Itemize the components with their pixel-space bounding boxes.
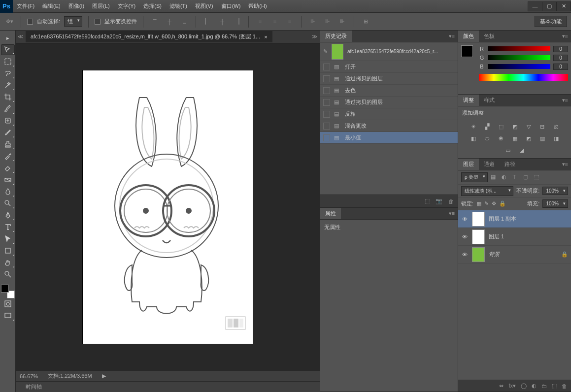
menu-view[interactable]: 视图(V) bbox=[191, 0, 217, 12]
r-slider[interactable] bbox=[488, 46, 550, 51]
adjustment-layer-icon[interactable]: ◐ bbox=[532, 383, 537, 389]
menu-file[interactable]: 文件(F) bbox=[13, 0, 38, 12]
hue-icon[interactable]: ⊟ bbox=[537, 123, 547, 131]
layer-row[interactable]: 👁图层 1 bbox=[458, 228, 571, 246]
tab-styles[interactable]: 样式 bbox=[479, 95, 500, 106]
exposure-icon[interactable]: ◩ bbox=[510, 123, 520, 131]
layer-row[interactable]: 👁图层 1 副本 bbox=[458, 210, 571, 228]
stamp-tool[interactable] bbox=[1, 139, 15, 150]
panel-menu-icon[interactable]: ▾≡ bbox=[559, 161, 571, 167]
invert-icon[interactable]: ◩ bbox=[524, 134, 534, 142]
auto-select-checkbox[interactable] bbox=[27, 19, 33, 25]
tab-scroll-right-icon[interactable]: ≫ bbox=[310, 33, 320, 40]
canvas[interactable] bbox=[83, 70, 253, 344]
b-slider[interactable] bbox=[488, 64, 550, 69]
wand-tool[interactable] bbox=[1, 80, 15, 91]
history-checkbox[interactable] bbox=[323, 87, 330, 94]
close-button[interactable]: ✕ bbox=[556, 1, 571, 11]
visibility-icon[interactable]: 👁 bbox=[461, 216, 468, 222]
tab-swatches[interactable]: 色板 bbox=[479, 31, 500, 42]
fx-icon[interactable]: fx▾ bbox=[508, 383, 516, 389]
selective-icon[interactable]: ◪ bbox=[517, 146, 527, 154]
history-item[interactable]: ▤最小值 bbox=[320, 132, 458, 144]
balance-icon[interactable]: ⚖ bbox=[551, 123, 561, 131]
levels-icon[interactable]: ▞ bbox=[482, 123, 492, 131]
curves-icon[interactable]: ⬚ bbox=[496, 123, 506, 131]
threshold-icon[interactable]: ◨ bbox=[551, 134, 561, 142]
lasso-tool[interactable] bbox=[1, 68, 15, 79]
blend-mode-dropdown[interactable]: 线性减淡 (添... bbox=[461, 186, 513, 196]
opacity-value[interactable]: 100% bbox=[542, 187, 568, 195]
mixer-icon[interactable]: ❀ bbox=[496, 134, 506, 142]
filter-type-icon[interactable]: T bbox=[512, 174, 520, 181]
filter-adjust-icon[interactable]: ◐ bbox=[502, 174, 509, 181]
lock-pos-icon[interactable]: ✥ bbox=[492, 200, 496, 207]
photo-filter-icon[interactable]: ⬭ bbox=[482, 134, 492, 142]
canvas-viewport[interactable] bbox=[16, 43, 320, 370]
layer-row[interactable]: 👁背景🔒 bbox=[458, 246, 571, 263]
lock-all-icon[interactable]: 🔒 bbox=[499, 200, 506, 207]
tab-properties[interactable]: 属性 bbox=[320, 208, 341, 219]
workspace-switcher[interactable]: 基本功能 bbox=[535, 16, 567, 27]
create-doc-icon[interactable]: ⬚ bbox=[425, 198, 430, 204]
color-swatches[interactable] bbox=[1, 285, 15, 298]
history-brush-tool[interactable] bbox=[1, 151, 15, 162]
menu-edit[interactable]: 编辑(E) bbox=[38, 0, 65, 12]
history-item[interactable]: ▤打开 bbox=[320, 61, 458, 73]
filter-kind-dropdown[interactable]: ρ 类型 bbox=[461, 172, 488, 182]
brightness-icon[interactable]: ☀ bbox=[469, 123, 478, 131]
move-tool[interactable] bbox=[1, 44, 15, 55]
menu-window[interactable]: 窗口(W) bbox=[217, 0, 245, 12]
distribute-icon-2[interactable]: ≡ bbox=[269, 16, 280, 27]
panel-menu-icon[interactable]: ▾≡ bbox=[446, 33, 458, 39]
history-checkbox[interactable] bbox=[323, 99, 330, 106]
tab-channels[interactable]: 通道 bbox=[479, 159, 500, 170]
tab-paths[interactable]: 路径 bbox=[500, 159, 520, 170]
fill-value[interactable]: 100% bbox=[542, 199, 568, 208]
panel-menu-icon[interactable]: ▾≡ bbox=[559, 97, 571, 103]
type-tool[interactable] bbox=[1, 222, 15, 232]
layer-name[interactable]: 图层 1 副本 bbox=[489, 215, 516, 223]
tab-scroll-left-icon[interactable]: ≪ bbox=[16, 33, 26, 40]
menu-type[interactable]: 文字(Y) bbox=[114, 0, 140, 12]
visibility-icon[interactable]: 👁 bbox=[461, 252, 468, 258]
g-slider[interactable] bbox=[488, 55, 550, 60]
tab-color[interactable]: 颜色 bbox=[458, 31, 479, 42]
layer-name[interactable]: 图层 1 bbox=[489, 233, 504, 240]
snapshot-icon[interactable]: 📷 bbox=[436, 198, 442, 204]
lock-trans-icon[interactable]: ▦ bbox=[476, 200, 481, 207]
distribute-h-icon-3[interactable]: ⊪ bbox=[337, 16, 348, 27]
history-checkbox[interactable] bbox=[323, 64, 330, 70]
eyedropper-tool[interactable] bbox=[1, 103, 15, 114]
timeline-panel[interactable]: 时间轴 bbox=[16, 381, 320, 392]
minimize-button[interactable]: — bbox=[528, 1, 542, 11]
align-top-icon[interactable]: ⎺ bbox=[149, 16, 160, 27]
link-icon[interactable]: ⇔ bbox=[499, 383, 504, 389]
menu-filter[interactable]: 滤镜(T) bbox=[166, 0, 191, 12]
align-hcenter-icon[interactable]: ┼ bbox=[217, 16, 228, 27]
hue-strip[interactable] bbox=[479, 74, 568, 81]
gradient-map-icon[interactable]: ▭ bbox=[503, 146, 513, 154]
lookup-icon[interactable]: ▦ bbox=[510, 134, 520, 142]
foreground-swatch[interactable] bbox=[1, 285, 9, 293]
doc-size[interactable]: 文档:1.22M/3.66M bbox=[48, 372, 92, 380]
filter-pixel-icon[interactable]: ▦ bbox=[491, 174, 499, 181]
history-checkbox[interactable] bbox=[323, 75, 330, 82]
show-transform-checkbox[interactable] bbox=[95, 19, 101, 25]
align-vcenter-icon[interactable]: ┼ bbox=[164, 16, 175, 27]
distribute-icon-3[interactable]: ≡ bbox=[284, 16, 295, 27]
crop-tool[interactable] bbox=[1, 92, 15, 102]
b-value[interactable]: 0 bbox=[553, 64, 568, 70]
maximize-button[interactable]: ▢ bbox=[542, 1, 557, 11]
align-right-icon[interactable]: ▕ bbox=[232, 16, 242, 27]
distribute-h-icon-2[interactable]: ⊪ bbox=[322, 16, 333, 27]
zoom-tool[interactable] bbox=[1, 269, 15, 280]
tab-history[interactable]: 历史记录 bbox=[320, 31, 352, 42]
close-tab-icon[interactable]: × bbox=[264, 34, 267, 40]
filter-shape-icon[interactable]: ▢ bbox=[523, 174, 531, 181]
history-checkbox[interactable] bbox=[323, 134, 330, 141]
auto-select-dropdown[interactable]: 组 bbox=[64, 16, 82, 27]
auto-align-icon[interactable]: ⊞ bbox=[360, 16, 371, 27]
path-select-tool[interactable] bbox=[1, 233, 15, 244]
r-value[interactable]: 0 bbox=[553, 46, 568, 52]
